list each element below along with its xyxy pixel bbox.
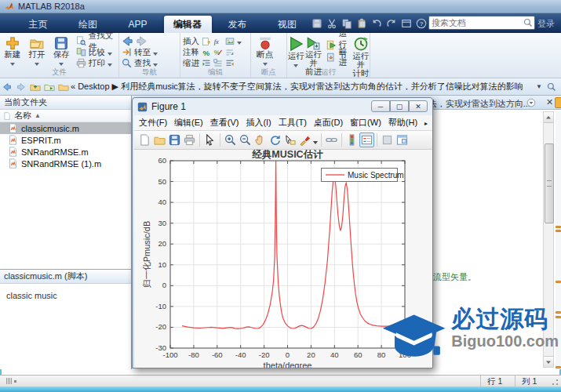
address-search-icon[interactable] — [545, 81, 558, 93]
minimize-button[interactable]: ─ — [371, 100, 390, 112]
ribbon-button-savec[interactable]: 保存 — [49, 34, 74, 67]
brush-dropdown-icon[interactable] — [312, 133, 319, 147]
undo-icon[interactable] — [370, 17, 383, 30]
watermark: 必过源码 Biguo100.com — [380, 306, 559, 370]
warning-marker[interactable] — [556, 230, 561, 232]
ribbon-button-run[interactable]: 运行 — [287, 34, 304, 67]
save-icon[interactable] — [311, 17, 323, 30]
search-input[interactable] — [429, 18, 522, 27]
breadcrumb[interactable]: « Desktop ▶ 利用经典music算法，旋转不变子空间算法，实现对雷达到… — [71, 81, 536, 93]
zoomin-tool-icon[interactable] — [223, 132, 238, 147]
menu-插入(I)[interactable]: 插入(I) — [246, 117, 271, 129]
pan-tool-icon[interactable] — [253, 132, 268, 147]
browse-folder-icon[interactable] — [44, 82, 55, 93]
inspic-icon[interactable] — [225, 37, 235, 46]
savef-tool-icon[interactable] — [167, 132, 182, 147]
name-column-header[interactable]: 名称 ▲ — [0, 110, 131, 122]
file-item[interactable]: SNRandRMSE.m — [0, 146, 131, 158]
ribbon-row-注释[interactable]: 注释%% — [180, 47, 244, 57]
warning-marker[interactable] — [556, 281, 561, 283]
fx-icon[interactable]: fx — [213, 37, 223, 46]
indent2-icon[interactable] — [213, 59, 223, 68]
docka-tool-icon[interactable] — [380, 132, 395, 147]
uncomment-icon[interactable]: % — [213, 48, 223, 57]
details-header[interactable]: classicmusic.m (脚本) — [0, 270, 131, 284]
tab-发布[interactable]: 发布 — [213, 16, 261, 33]
wrapc-icon[interactable] — [225, 48, 235, 57]
forward-icon[interactable] — [136, 35, 148, 47]
ribbon-button-new[interactable]: 新建 — [0, 34, 24, 67]
doc-search-box[interactable] — [428, 16, 535, 30]
figure-titlebar[interactable]: Figure 1 ─ ▢ ✕ — [133, 98, 432, 115]
maximize-button[interactable]: ▢ — [390, 100, 409, 112]
search-icon[interactable] — [522, 16, 534, 29]
menu-查看(V)[interactable]: 查看(V) — [210, 117, 239, 129]
file-item[interactable]: SNRandRMSE (1).m — [0, 158, 131, 169]
indent1-icon[interactable] — [202, 59, 211, 68]
ribbon-row-插入[interactable]: 插入fx — [180, 36, 244, 46]
linkplot-tool-icon[interactable] — [324, 132, 339, 147]
y-tick-label: -10 — [155, 302, 166, 310]
scroll-up-icon[interactable] — [544, 112, 553, 123]
percent-icon[interactable]: % — [202, 48, 211, 57]
newdoc-tool-icon[interactable] — [137, 132, 152, 147]
signin-link[interactable]: 登录 — [537, 18, 555, 30]
current-folder-panel: 当前文件夹 名称 ▲ classicmusic.mESPRIT.mSNRandR… — [0, 96, 132, 269]
message-indicator[interactable] — [555, 97, 561, 108]
menu-overflow-icon[interactable]: ▸ — [424, 120, 428, 127]
resize-grip[interactable] — [552, 379, 559, 386]
back-icon[interactable] — [2, 82, 13, 93]
ribbon-button-open[interactable]: 打开 — [24, 34, 49, 67]
ribbon-button-compare[interactable]: 比较 — [74, 47, 118, 57]
zoomout-tool-icon[interactable] — [238, 132, 253, 147]
warning-marker[interactable] — [556, 226, 561, 228]
legend-tool-icon[interactable] — [359, 132, 374, 147]
forward-icon[interactable] — [16, 82, 27, 93]
ribbon-button-goto[interactable]: 转至 — [119, 47, 160, 57]
close-button[interactable]: ✕ — [409, 100, 428, 112]
up-folder-icon[interactable] — [30, 82, 41, 93]
ribbon-button-breakpoints[interactable]: 断点 — [251, 34, 279, 67]
printf-tool-icon[interactable] — [182, 132, 197, 147]
file-item[interactable]: ESPRIT.m — [0, 134, 131, 146]
menu-窗口(W)[interactable]: 窗口(W) — [350, 117, 381, 129]
tab-APP[interactable]: APP — [114, 16, 162, 33]
redo-icon[interactable] — [385, 17, 398, 30]
rotate-tool-icon[interactable] — [268, 132, 282, 147]
menu-工具(T)[interactable]: 工具(T) — [279, 117, 307, 129]
paste-icon[interactable] — [355, 17, 368, 30]
watermark-site: Biguo100.com — [451, 332, 559, 350]
statusbar-grip[interactable] — [6, 378, 16, 384]
openf-tool-icon[interactable] — [152, 132, 167, 147]
address-dropdown-icon[interactable]: ▼ — [536, 83, 542, 90]
help-icon[interactable]: ? — [415, 17, 428, 30]
scrollbar-thumb[interactable] — [545, 143, 554, 223]
colorbar-tool-icon[interactable] — [344, 132, 359, 147]
menu-桌面(D)[interactable]: 桌面(D) — [314, 117, 343, 129]
dockb-tool-icon[interactable] — [395, 132, 410, 147]
tab-编辑器[interactable]: 编辑器 — [164, 16, 212, 33]
ribbon-button-runadv[interactable]: 运行并 前进 — [304, 34, 322, 67]
tab-视图[interactable]: 视图 — [264, 16, 311, 33]
chart-legend[interactable]: Music Spectrum — [322, 169, 404, 182]
menu-文件(F)[interactable]: 文件(F) — [139, 117, 167, 129]
indent3-icon[interactable] — [225, 59, 235, 68]
datacursor-tool-icon[interactable] — [282, 132, 297, 147]
current-folder-header[interactable]: 当前文件夹 — [0, 96, 131, 110]
window-icon[interactable] — [400, 17, 413, 30]
tab-主页[interactable]: 主页 — [14, 16, 62, 33]
back-icon[interactable] — [122, 35, 133, 47]
cut-icon[interactable] — [326, 17, 338, 30]
menu-编辑(E)[interactable]: 编辑(E) — [174, 117, 203, 129]
ribbon-button-findfile[interactable]: 查找文件 — [74, 36, 118, 46]
pointer-tool-icon[interactable] — [202, 132, 217, 147]
brush-tool-icon[interactable] — [297, 132, 312, 147]
tab-menu-icon[interactable] — [526, 98, 536, 107]
file-item[interactable]: classicmusic.m — [0, 122, 131, 134]
app-title: MATLAB R2018a — [18, 2, 85, 11]
menu-帮助(H)[interactable]: 帮助(H) — [388, 117, 417, 129]
ribbon-button-advance[interactable]: 前进 — [324, 53, 351, 63]
ribbon-button-runtime[interactable]: 运行并 计时 — [352, 34, 370, 67]
insdoc-icon[interactable] — [202, 37, 211, 46]
tab-close-icon[interactable]: ✕ — [546, 97, 553, 107]
